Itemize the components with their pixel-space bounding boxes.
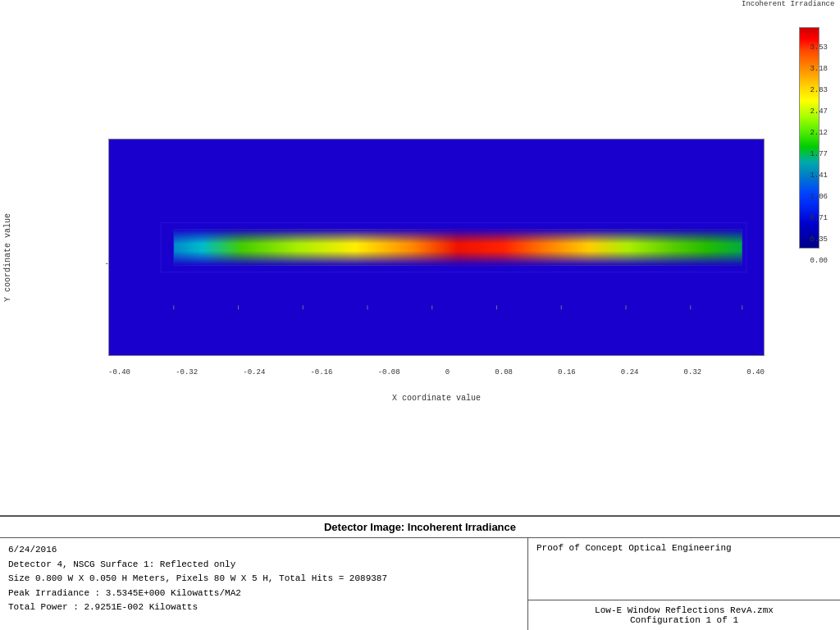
viz-area: Y coordinate value X coordinate value -0…	[0, 0, 840, 515]
bottom-right-bottom: Low-E Window Reflections RevA.zmx Config…	[528, 600, 840, 630]
scale-val-11: 0.00	[810, 257, 828, 265]
color-scale-title: Incoherent Irradiance	[742, 0, 824, 8]
scale-val-5: 2.12	[810, 129, 828, 137]
chart-wrapper: X coordinate value -0.025	[100, 122, 773, 385]
bottom-right-top: Proof of Concept Optical Engineering	[528, 538, 840, 600]
bottom-left: 6/24/2016 Detector 4, NSCG Surface 1: Re…	[0, 538, 528, 630]
svg-rect-2	[174, 229, 742, 266]
x-axis-label: X coordinate value	[392, 394, 481, 403]
main-container: Y coordinate value X coordinate value -0…	[0, 0, 840, 630]
bottom-right: Proof of Concept Optical Engineering Low…	[528, 538, 840, 630]
info-line2: Size 0.800 W X 0.050 H Meters, Pixels 80…	[8, 572, 519, 587]
bottom-title: Detector Image: Incoherent Irradiance	[0, 517, 840, 538]
info-line1: Detector 4, NSCG Surface 1: Reflected on…	[8, 558, 519, 573]
plot-svg	[109, 139, 764, 355]
color-scale-container: 3.53 3.18 2.83 2.47 2.12 1.77 1.41 1.06 …	[799, 27, 824, 249]
y-axis-label: Y coordinate value	[3, 213, 12, 302]
plot-area	[108, 139, 765, 356]
x-tick-labels: -0.40 -0.32 -0.24 -0.16 -0.08 0 0.08 0.1…	[108, 368, 765, 377]
scale-val-9: 0.71	[810, 214, 828, 222]
scale-val-10: 0.35	[810, 235, 828, 244]
color-scale: Incoherent Irradiance 3.53 3.18 2.83 2.4…	[799, 12, 824, 267]
scale-val-7: 1.41	[810, 171, 828, 180]
scale-val-6: 1.77	[810, 150, 828, 158]
scale-val-4: 2.47	[810, 107, 828, 116]
scale-val-2: 3.18	[810, 65, 828, 73]
color-scale-label-list: 3.53 3.18 2.83 2.47 2.12 1.77 1.41 1.06 …	[787, 43, 828, 265]
file-name: Low-E Window Reflections RevA.zmx	[536, 605, 832, 615]
info-line3: Peak Irradiance : 3.5345E+000 Kilowatts/…	[8, 587, 519, 601]
info-date: 6/24/2016	[8, 543, 519, 558]
bottom-panel: Detector Image: Incoherent Irradiance 6/…	[0, 515, 840, 630]
info-line4: Total Power : 2.9251E-002 Kilowatts	[8, 600, 519, 615]
scale-val-3: 2.83	[810, 86, 828, 94]
bottom-content: 6/24/2016 Detector 4, NSCG Surface 1: Re…	[0, 538, 840, 630]
scale-val-1: 3.53	[810, 43, 828, 52]
scale-val-8: 1.06	[810, 193, 828, 201]
config-line: Configuration 1 of 1	[536, 615, 832, 625]
